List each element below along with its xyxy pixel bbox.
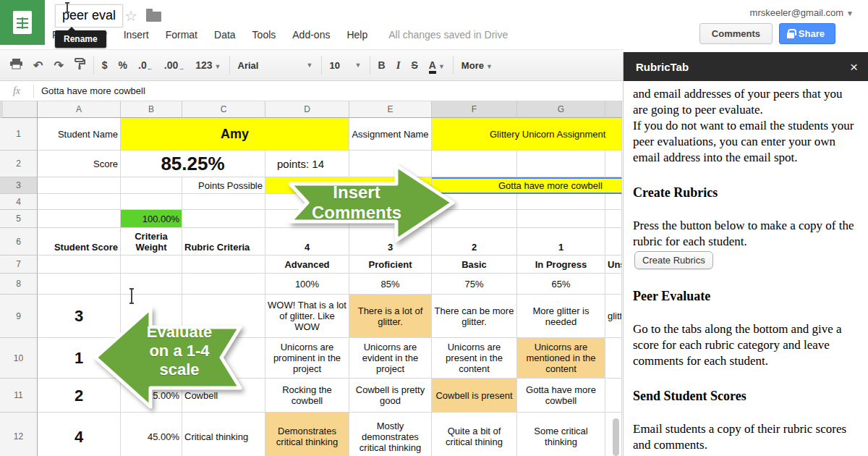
share-button[interactable]: Share (779, 23, 835, 44)
row-header-4[interactable]: 4 (0, 194, 38, 210)
decrease-decimals-button[interactable]: .0← (138, 59, 153, 72)
cell-F9[interactable]: There can be more glitter. (432, 295, 517, 338)
cell-F7[interactable]: Basic (432, 256, 517, 274)
row-header-6[interactable]: 6 (0, 228, 38, 256)
vertical-scrollbar[interactable] (613, 418, 619, 456)
cell-D11[interactable]: Rocking the cowbell (265, 379, 349, 413)
cell-B6[interactable]: Criteria Weight (121, 228, 182, 256)
column-header-E[interactable]: E (349, 101, 432, 118)
cell-H8[interactable] (605, 274, 622, 295)
cell-B2-merged[interactable]: 85.25% (121, 151, 265, 177)
cell-G2[interactable] (517, 151, 605, 177)
cell-H4[interactable] (605, 194, 622, 210)
cell-D12[interactable]: Demonstrates critical thinking (265, 413, 349, 456)
cell-C5[interactable] (182, 210, 265, 228)
cell-F1-merged[interactable]: Glittery Unicorn Assignment (432, 118, 622, 151)
cell-C3[interactable]: Points Possible (182, 177, 265, 194)
menu-format[interactable]: Format (166, 29, 197, 41)
menu-data[interactable]: Data (214, 29, 236, 41)
column-header-F[interactable]: F (432, 101, 517, 118)
row-header-8[interactable]: 8 (0, 274, 38, 295)
cell-D7[interactable]: Advanced (265, 256, 349, 274)
cell-E9[interactable]: There is a lot of glitter. (349, 295, 432, 338)
column-header-G[interactable]: G (517, 101, 605, 118)
cell-E12[interactable]: Mostly demonstrates critical thinking (349, 413, 432, 456)
bold-button[interactable]: B (378, 59, 386, 71)
row-header-3[interactable]: 3 (0, 177, 38, 194)
cell-G4[interactable] (517, 194, 605, 210)
folder-icon[interactable] (146, 12, 161, 22)
column-header-A[interactable]: A (38, 101, 121, 118)
increase-decimals-button[interactable]: .00→ (164, 59, 184, 72)
cell-H2[interactable] (605, 151, 622, 177)
print-icon[interactable] (10, 58, 22, 72)
cell-F10[interactable]: Unicorns are present in the content (432, 338, 517, 379)
row-header-2[interactable]: 2 (0, 151, 38, 177)
number-format-menu[interactable]: 123▼ (195, 59, 221, 71)
cell-A4[interactable] (38, 194, 121, 210)
cell-D9[interactable]: WOW! That is a lot of glitter. Like WOW (265, 295, 349, 338)
cell-H6[interactable] (605, 228, 622, 256)
menu-tools[interactable]: Tools (252, 29, 276, 41)
cell-C4[interactable] (182, 194, 265, 210)
row-header-1[interactable]: 1 (0, 118, 38, 151)
cell-A1[interactable]: Student Name (38, 118, 121, 151)
font-family-select[interactable]: Arial▼ (238, 60, 313, 71)
strikethrough-button[interactable]: S (411, 59, 417, 71)
cell-F8[interactable]: 75% (432, 274, 517, 295)
paint-format-icon[interactable] (75, 58, 85, 72)
cell-E1[interactable]: Assignment Name (349, 118, 432, 151)
cell-E11[interactable]: Cowbell is pretty good (349, 379, 432, 413)
currency-format-button[interactable]: $ (102, 59, 108, 71)
menu-help[interactable]: Help (346, 29, 367, 41)
font-size-select[interactable]: 10▼ (330, 60, 362, 71)
cell-A3[interactable] (38, 177, 121, 194)
undo-icon[interactable]: ↶ (33, 59, 43, 72)
cell-B4[interactable] (121, 194, 182, 210)
row-header-10[interactable]: 10 (0, 338, 38, 379)
cell-B12[interactable]: 45.00% (121, 413, 182, 456)
row-header-11[interactable]: 11 (0, 379, 38, 413)
create-rubrics-button[interactable]: Create Rubrics (634, 251, 713, 269)
cell-A8[interactable] (38, 274, 121, 295)
cell-B8[interactable] (121, 274, 182, 295)
cell-G8[interactable]: 65% (517, 274, 605, 295)
cell-B7[interactable] (121, 256, 182, 274)
close-icon[interactable]: × (850, 60, 858, 74)
cell-C12[interactable]: Critical thinking (182, 413, 265, 456)
italic-button[interactable]: I (396, 59, 401, 72)
cell-D8[interactable]: 100% (265, 274, 349, 295)
text-color-button[interactable]: A▼ (429, 60, 445, 71)
cell-G12[interactable]: Some critical thinking (517, 413, 605, 456)
star-icon[interactable]: ☆ (124, 7, 137, 25)
cell-G9[interactable]: More glitter is needed (517, 295, 605, 338)
cell-F11[interactable]: Cowbell is present (432, 379, 517, 413)
cell-A6[interactable]: Student Score (38, 228, 121, 256)
cell-H11[interactable] (605, 379, 622, 413)
cell-H10[interactable] (605, 338, 622, 379)
cell-D10[interactable]: Unicorns are prominent in the project (265, 338, 349, 379)
more-toolbar-button[interactable]: More▼ (461, 60, 493, 71)
column-header-H[interactable] (605, 101, 622, 118)
cell-C7[interactable] (182, 256, 265, 274)
document-title-input[interactable]: peer eval (55, 4, 123, 28)
column-header-B[interactable]: B (121, 101, 182, 118)
cell-C8[interactable] (182, 274, 265, 295)
menu-insert[interactable]: Insert (124, 29, 149, 41)
cell-F3-selected[interactable]: Gotta have more cowbell (432, 177, 622, 194)
cell-E10[interactable]: Unicorns are evident in the project (349, 338, 432, 379)
cell-A12[interactable]: 4 (38, 413, 121, 456)
cell-B3[interactable] (121, 177, 182, 194)
cell-G7[interactable]: In Progress (517, 256, 605, 274)
row-header-5[interactable]: 5 (0, 210, 38, 228)
cell-H5[interactable] (605, 210, 622, 228)
comments-button[interactable]: Comments (699, 23, 773, 44)
percent-format-button[interactable]: % (119, 59, 127, 71)
column-header-D[interactable]: D (265, 101, 349, 118)
cell-B1-merged[interactable]: Amy (121, 118, 349, 151)
select-all-corner[interactable] (0, 101, 38, 118)
cell-G6[interactable]: 1 (517, 228, 605, 256)
cell-A2[interactable]: Score (38, 151, 121, 177)
sheets-home-button[interactable] (0, 0, 45, 45)
row-header-9[interactable]: 9 (0, 295, 38, 338)
